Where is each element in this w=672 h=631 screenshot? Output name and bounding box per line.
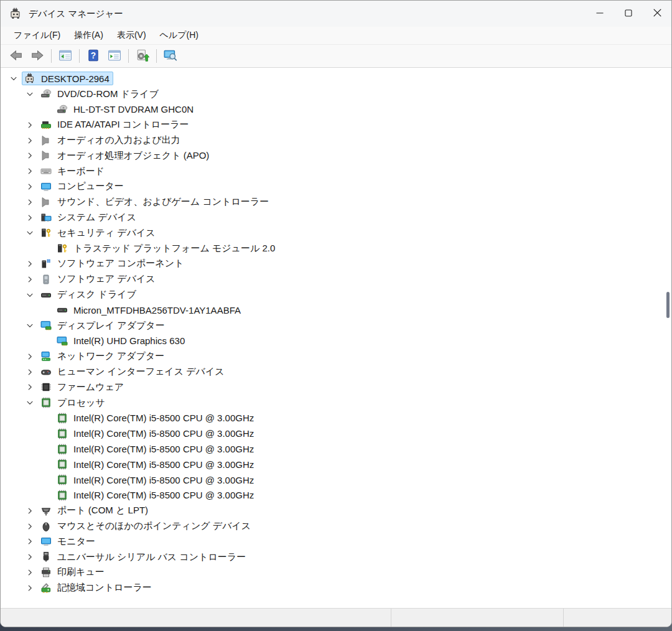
maximize-button[interactable] <box>614 1 643 27</box>
chevron-right-icon[interactable] <box>22 383 38 391</box>
chevron-right-icon[interactable] <box>22 568 38 577</box>
chevron-right-icon[interactable] <box>22 537 38 546</box>
tree-item-content[interactable]: 印刷キュー <box>38 566 108 579</box>
scan-button[interactable] <box>161 47 180 65</box>
menu-item-2[interactable]: 表示(V) <box>110 27 153 44</box>
chevron-right-icon[interactable] <box>22 275 38 284</box>
tree-item-content[interactable]: Intel(R) Core(TM) i5-8500 CPU @ 3.00GHz <box>54 411 258 425</box>
chevron-down-icon[interactable] <box>22 228 38 237</box>
tree-item[interactable]: ネットワーク アダプター <box>1 348 671 364</box>
chevron-down-icon[interactable] <box>22 321 38 330</box>
tree-item-content[interactable]: Intel(R) UHD Graphics 630 <box>54 334 189 348</box>
chevron-right-icon[interactable] <box>22 352 38 361</box>
menu-item-0[interactable]: ファイル(F) <box>7 27 67 44</box>
chevron-right-icon[interactable] <box>22 198 38 207</box>
chevron-right-icon[interactable] <box>22 553 38 561</box>
tree-item-content[interactable]: Intel(R) Core(TM) i5-8500 CPU @ 3.00GHz <box>54 473 258 487</box>
tree-item[interactable]: Intel(R) Core(TM) i5-8500 CPU @ 3.00GHz <box>1 441 671 457</box>
tree-item-content[interactable]: Micron_MTFDHBA256TDV-1AY1AABFA <box>54 303 245 317</box>
tree-item-content[interactable]: ソフトウェア デバイス <box>38 273 159 286</box>
tree-item-content[interactable]: Intel(R) Core(TM) i5-8500 CPU @ 3.00GHz <box>54 427 258 441</box>
tree-item-content[interactable]: Intel(R) Core(TM) i5-8500 CPU @ 3.00GHz <box>54 442 258 456</box>
tree-item[interactable]: プロセッサ <box>1 395 671 411</box>
tree-item-content[interactable]: ディスク ドライブ <box>38 288 140 302</box>
chevron-right-icon[interactable] <box>22 259 38 268</box>
tree-item[interactable]: サウンド、ビデオ、およびゲーム コントローラー <box>1 194 671 210</box>
tree-item[interactable]: ユニバーサル シリアル バス コントローラー <box>1 549 671 565</box>
tree-item-content[interactable]: ネットワーク アダプター <box>38 350 168 363</box>
chevron-right-icon[interactable] <box>22 507 38 515</box>
chevron-right-icon[interactable] <box>22 167 38 175</box>
tree-item[interactable]: ソフトウェア デバイス <box>1 271 671 287</box>
tree-item-content[interactable]: IDE ATA/ATAPI コントローラー <box>38 118 193 132</box>
tree-item-content[interactable]: Intel(R) Core(TM) i5-8500 CPU @ 3.00GHz <box>54 488 258 502</box>
tree-item-content[interactable]: Intel(R) Core(TM) i5-8500 CPU @ 3.00GHz <box>54 457 258 471</box>
chevron-down-icon[interactable] <box>22 291 38 299</box>
tree-item[interactable]: ソフトウェア コンポーネント <box>1 256 671 272</box>
tree-item-content[interactable]: プロセッサ <box>38 396 109 409</box>
tree-item[interactable]: ヒューマン インターフェイス デバイス <box>1 364 671 380</box>
chevron-down-icon[interactable] <box>6 74 22 83</box>
chevron-right-icon[interactable] <box>22 151 38 160</box>
tree-item-content[interactable]: HL-DT-ST DVDRAM GHC0N <box>54 103 197 116</box>
back-button[interactable] <box>6 47 26 65</box>
tree-item-content[interactable]: システム デバイス <box>38 211 140 225</box>
tree-item[interactable]: モニター <box>1 534 671 549</box>
tree-item[interactable]: Intel(R) Core(TM) i5-8500 CPU @ 3.00GHz <box>1 472 671 488</box>
tree-item-content[interactable]: マウスとそのほかのポインティング デバイス <box>38 520 254 533</box>
properties-button[interactable] <box>105 47 124 65</box>
close-button[interactable] <box>643 1 671 27</box>
tree-item[interactable]: Intel(R) Core(TM) i5-8500 CPU @ 3.00GHz <box>1 457 671 472</box>
tree-item[interactable]: DESKTOP-2964 <box>1 71 671 86</box>
tree-item[interactable]: Intel(R) Core(TM) i5-8500 CPU @ 3.00GHz <box>1 488 671 503</box>
tree-item[interactable]: ファームウェア <box>1 380 671 395</box>
chevron-right-icon[interactable] <box>22 584 38 592</box>
tree-item[interactable]: キーボード <box>1 164 671 179</box>
tree-item-content[interactable]: サウンド、ビデオ、およびゲーム コントローラー <box>38 195 273 209</box>
tree-item[interactable]: IDE ATA/ATAPI コントローラー <box>1 117 671 133</box>
tree-item-content[interactable]: トラステッド プラットフォーム モジュール 2.0 <box>54 241 279 255</box>
tree-item-content[interactable]: オーディオの入力および出力 <box>38 134 184 147</box>
tree-item-content[interactable]: ユニバーサル シリアル バス コントローラー <box>38 550 250 564</box>
tree-item[interactable]: コンピューター <box>1 179 671 195</box>
help-button[interactable]: ? <box>83 47 103 65</box>
update-driver-button[interactable] <box>133 47 152 65</box>
forward-button[interactable] <box>27 47 47 65</box>
tree-item-content[interactable]: キーボード <box>38 164 108 178</box>
tree-item[interactable]: DVD/CD-ROM ドライブ <box>1 86 671 102</box>
chevron-down-icon[interactable] <box>22 398 38 407</box>
tree-item[interactable]: 印刷キュー <box>1 565 671 581</box>
minimize-button[interactable] <box>586 1 614 27</box>
chevron-down-icon[interactable] <box>22 90 38 98</box>
tree-item[interactable]: Micron_MTFDHBA256TDV-1AY1AABFA <box>1 302 671 318</box>
console-tree-button[interactable] <box>55 47 75 65</box>
tree-item-content[interactable]: ディスプレイ アダプター <box>38 319 169 332</box>
tree-item[interactable]: システム デバイス <box>1 210 671 225</box>
tree-item[interactable]: オーディオの入力および出力 <box>1 133 671 148</box>
vertical-scrollbar-thumb[interactable] <box>666 292 670 318</box>
tree-item[interactable]: ポート (COM と LPT) <box>1 503 671 518</box>
tree-item-content[interactable]: ソフトウェア コンポーネント <box>38 257 187 271</box>
tree-item[interactable]: ディスプレイ アダプター <box>1 318 671 334</box>
chevron-right-icon[interactable] <box>22 522 38 531</box>
tree-item-content[interactable]: ポート (COM と LPT) <box>38 504 152 518</box>
chevron-right-icon[interactable] <box>22 213 38 222</box>
tree-item-content[interactable]: ヒューマン インターフェイス デバイス <box>38 365 228 379</box>
tree-item-content[interactable]: DVD/CD-ROM ドライブ <box>38 87 162 101</box>
chevron-right-icon[interactable] <box>22 368 38 376</box>
menu-item-1[interactable]: 操作(A) <box>67 27 110 44</box>
menu-item-3[interactable]: ヘルプ(H) <box>153 27 205 44</box>
tree-item[interactable]: HL-DT-ST DVDRAM GHC0N <box>1 102 671 118</box>
tree-item-content[interactable]: セキュリティ デバイス <box>38 226 159 240</box>
tree-item[interactable]: オーディオ処理オブジェクト (APO) <box>1 148 671 164</box>
tree-item[interactable]: Intel(R) Core(TM) i5-8500 CPU @ 3.00GHz <box>1 426 671 441</box>
chevron-right-icon[interactable] <box>22 136 38 145</box>
tree-item[interactable]: マウスとそのほかのポインティング デバイス <box>1 518 671 534</box>
tree-item[interactable]: Intel(R) UHD Graphics 630 <box>1 334 671 349</box>
tree-item[interactable]: 記憶域コントローラー <box>1 580 671 596</box>
tree-item-content[interactable]: 記憶域コントローラー <box>38 581 156 595</box>
chevron-right-icon[interactable] <box>22 121 38 129</box>
tree-item[interactable]: Intel(R) Core(TM) i5-8500 CPU @ 3.00GHz <box>1 411 671 426</box>
chevron-right-icon[interactable] <box>22 182 38 191</box>
tree-item[interactable]: セキュリティ デバイス <box>1 225 671 241</box>
